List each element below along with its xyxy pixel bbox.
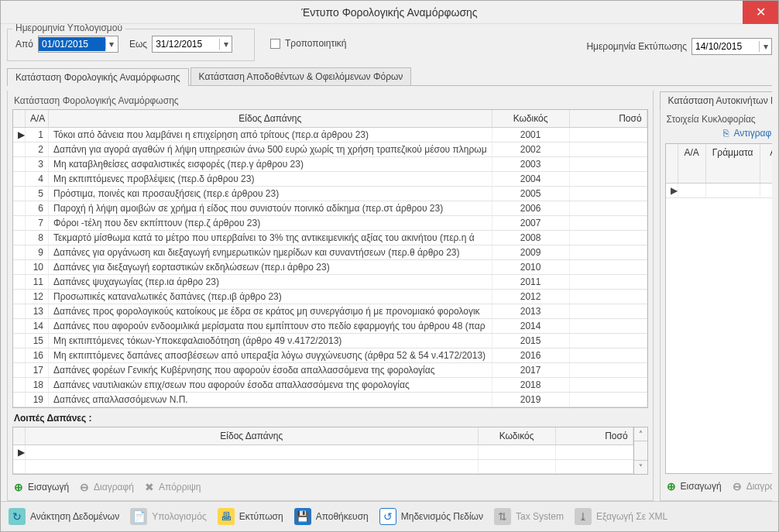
cars-row-empty[interactable]: ▶ bbox=[666, 184, 772, 198]
cell-aa: 10 bbox=[26, 260, 49, 274]
cell-poso bbox=[570, 378, 647, 392]
table-row[interactable]: 9Δαπάνες για οργάνωση και διεξαγωγή ενημ… bbox=[13, 245, 647, 260]
table-row[interactable]: 14Δαπάνες που αφορούν ενδοομιλικά μερίσμ… bbox=[13, 319, 647, 334]
to-label: Εως bbox=[129, 39, 147, 50]
table-row[interactable]: 5Πρόστιμα, ποινές και προσαυξήσεις (περ.… bbox=[13, 187, 647, 201]
table-row[interactable]: ▶1Τόκοι από δάνεια που λαμβάνει η επιχεί… bbox=[13, 128, 647, 142]
cars-grid[interactable]: A/A Γράμματα Αριθμός Κυβ. Εκατ. (cc) ▶ bbox=[666, 144, 772, 473]
tab-tax-reform[interactable]: Κατάσταση Φορολογικής Αναμόρφωσης bbox=[7, 68, 189, 86]
xml-icon: ⤓ bbox=[575, 508, 592, 525]
to-date-combo[interactable]: ▾ bbox=[152, 36, 232, 53]
table-row[interactable]: 17Δαπάνες φορέων Γενικής Κυβέρνησης που … bbox=[13, 363, 647, 378]
table-row[interactable]: 13Δαπάνες προς φορολογικούς κατοίκους με… bbox=[13, 304, 647, 319]
table-row[interactable]: 16Μη εκπιπτόμενες δαπάνες αποσβέσεων από… bbox=[13, 348, 647, 363]
other-col-poso[interactable]: Ποσό bbox=[556, 427, 633, 444]
chevron-down-icon[interactable]: ▾ bbox=[219, 39, 232, 50]
from-date-combo[interactable]: ▾ bbox=[38, 36, 118, 53]
app-window: Έντυπο Φορολογικής Αναμόρφωσης ✕ Ημερομη… bbox=[0, 0, 779, 532]
cell-eidos: Δαπάνες που αφορούν ενδοομιλικά μερίσματ… bbox=[49, 319, 492, 333]
table-row[interactable]: 18Δαπάνες ναυτιλιακών επιχ/σεων που αφορ… bbox=[13, 378, 647, 393]
copy-icon: ⎘ bbox=[723, 128, 729, 139]
table-row[interactable]: 8Τεκμαρτό μίσθωμα κατά το μέτρο που υπερ… bbox=[13, 231, 647, 245]
reject-icon: ✖ bbox=[143, 481, 156, 493]
cell-poso bbox=[570, 290, 647, 304]
tab-company-cars[interactable]: Κατάσταση Αυτοκινήτων Εταιρείας bbox=[660, 91, 772, 109]
table-row[interactable]: 7Φόροι -τέλη που δεν εκπίπτουν (περ.ζ άρ… bbox=[13, 216, 647, 231]
main-grid[interactable]: A/A Είδος Δαπάνης Κωδικός Ποσό ▶1Τόκοι α… bbox=[12, 109, 648, 408]
delete-button[interactable]: ⊖ Διαγραφή bbox=[78, 481, 134, 493]
other-col-eidos[interactable]: Είδος Δαπάνης bbox=[26, 427, 479, 444]
table-row[interactable]: 11Δαπάνες ψυχαγωγίας (περ.ια άρθρο 23)20… bbox=[13, 275, 647, 290]
cell-kod: 2005 bbox=[492, 187, 570, 201]
table-row[interactable]: 6Παροχή ή λήψη αμοιβών σε χρήμα ή είδος … bbox=[13, 201, 647, 216]
table-row[interactable]: 10Δαπάνες για διεξαγωγή εορταστικών εκδη… bbox=[13, 260, 647, 275]
cars-delete-button[interactable]: ⊖ Διαγραφή bbox=[731, 480, 772, 493]
print-date-input[interactable] bbox=[692, 39, 759, 53]
table-row[interactable]: 3Μη καταβληθείσες ασφαλιστικές εισφορές … bbox=[13, 157, 647, 172]
col-eidos[interactable]: Είδος Δαπάνης bbox=[49, 110, 492, 127]
chevron-down-icon[interactable]: ▾ bbox=[759, 41, 771, 52]
cell-kod: 2001 bbox=[492, 128, 570, 142]
cars-col-letters[interactable]: Γράμματα bbox=[706, 144, 760, 183]
print-button[interactable]: 🖶 Εκτύπωση bbox=[218, 508, 283, 525]
scroll-up-icon[interactable]: ˄ bbox=[634, 427, 647, 441]
right-actions: ⊕ Εισαγωγή ⊖ Διαγραφή ✖ Απόρριψη bbox=[665, 474, 772, 496]
cars-col-number[interactable]: Αριθμός bbox=[760, 144, 772, 183]
tax-system-button[interactable]: ⇅ Tax System bbox=[494, 508, 564, 525]
amendment-checkbox[interactable] bbox=[270, 39, 280, 49]
other-row-empty[interactable]: ▶ bbox=[13, 445, 633, 460]
close-button[interactable]: ✕ bbox=[743, 1, 778, 24]
cars-insert-button[interactable]: ⊕ Εισαγωγή bbox=[665, 480, 722, 493]
cell-poso bbox=[570, 157, 647, 171]
cars-col-aa[interactable]: A/A bbox=[678, 144, 706, 183]
print-date-combo[interactable]: ▾ bbox=[691, 38, 772, 55]
cell-aa: 12 bbox=[26, 290, 49, 304]
cell-aa: 1 bbox=[26, 128, 49, 142]
cell-poso bbox=[570, 245, 647, 259]
table-row[interactable]: 15Μη εκπιπτόμενες τόκων-Υποκεφαλαιοδότησ… bbox=[13, 334, 647, 348]
calc-date-legend: Ημερομηνία Υπολογισμού bbox=[12, 24, 125, 33]
circulation-label: Στοιχεία Κυκλοφορίας bbox=[665, 114, 772, 126]
reject-button[interactable]: ✖ Απόρριψη bbox=[143, 481, 201, 493]
cell-eidos: Παροχή ή λήψη αμοιβών σε χρήμα ή είδος π… bbox=[49, 201, 492, 215]
tab-taxes-due[interactable]: Κατάσταση Αποδοθέντων & Οφειλόμενων Φόρω… bbox=[190, 67, 412, 85]
table-row[interactable]: 12Προσωπικές καταναλωτικές δαπάνες (περ.… bbox=[13, 290, 647, 304]
export-xml-button[interactable]: ⤓ Εξαγωγή Σε XML bbox=[575, 508, 667, 525]
table-row[interactable]: 4Μη εκπιπτόμενες προβλέψεις (περ.δ άρθρο… bbox=[13, 172, 647, 187]
other-grid-scrollbar[interactable]: ˄ ˅ bbox=[634, 427, 648, 475]
cell-kod: 2013 bbox=[492, 304, 570, 318]
other-grid[interactable]: Είδος Δαπάνης Κωδικός Ποσό ▶ bbox=[12, 427, 634, 475]
cell-poso bbox=[570, 348, 647, 362]
reset-fields-button[interactable]: ↺ Μηδενισμός Πεδίων bbox=[379, 508, 483, 525]
cell-eidos: Δαπάνες προς φορολογικούς κατοίκους με έ… bbox=[49, 304, 492, 318]
chevron-down-icon[interactable]: ▾ bbox=[105, 39, 118, 50]
calc-date-group: Ημερομηνία Υπολογισμού Από ▾ Εως ▾ bbox=[7, 29, 255, 61]
cell-poso bbox=[570, 216, 647, 230]
main-tabs: Κατάσταση Φορολογικής Αναμόρφωσης Κατάστ… bbox=[7, 67, 772, 86]
calculate-button[interactable]: 📄 Υπολογισμός bbox=[130, 508, 207, 525]
cell-kod: 2016 bbox=[492, 348, 570, 362]
cell-eidos: Δαπάνες για διεξαγωγή εορταστικών εκδηλώ… bbox=[49, 260, 492, 274]
table-row[interactable]: 2Δαπάνη για αγορά αγαθών ή λήψη υπηρεσιώ… bbox=[13, 142, 647, 157]
col-poso[interactable]: Ποσό bbox=[570, 110, 647, 127]
other-col-kod[interactable]: Κωδικός bbox=[479, 427, 556, 444]
cell-kod: 2017 bbox=[492, 363, 570, 377]
retrieve-data-button[interactable]: ↻ Ανάκτηση Δεδομένων bbox=[9, 508, 119, 525]
to-date-input[interactable] bbox=[153, 37, 219, 51]
copy-from-prev-link[interactable]: Αντιγραφή απο Προηγ. Χρήση bbox=[734, 128, 772, 139]
col-kodikos[interactable]: Κωδικός bbox=[492, 110, 570, 127]
table-row[interactable]: 19Δαπάνες απαλλασσόμενων Ν.Π.2019 bbox=[13, 393, 647, 407]
save-button[interactable]: 💾 Αποθήκευση bbox=[294, 508, 369, 525]
cell-kod: 2012 bbox=[492, 290, 570, 304]
refresh-icon: ↻ bbox=[9, 508, 26, 525]
from-date-input[interactable] bbox=[39, 37, 105, 51]
cell-aa: 9 bbox=[26, 245, 49, 259]
col-aa[interactable]: A/A bbox=[26, 110, 49, 127]
scroll-down-icon[interactable]: ˅ bbox=[634, 460, 647, 474]
insert-button[interactable]: ⊕ Εισαγωγή bbox=[12, 481, 69, 493]
cell-poso bbox=[570, 231, 647, 245]
cell-eidos: Δαπάνες για οργάνωση και διεξαγωγή ενημε… bbox=[49, 245, 492, 259]
print-date-label: Ημερομηνία Εκτύπωσης bbox=[586, 41, 687, 52]
cell-aa: 15 bbox=[26, 334, 49, 348]
minus-icon: ⊖ bbox=[731, 480, 743, 493]
